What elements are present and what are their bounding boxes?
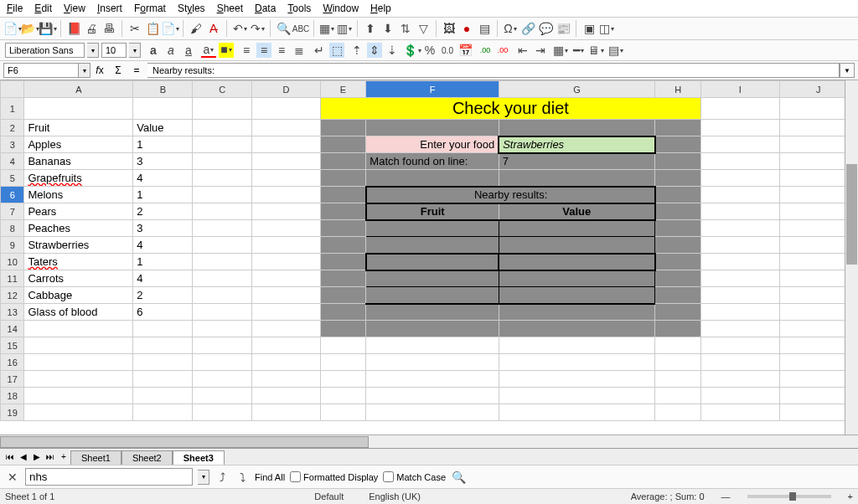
cell[interactable]: 4: [133, 270, 193, 287]
menu-edit[interactable]: Edit: [34, 3, 52, 14]
menu-sheet[interactable]: Sheet: [217, 3, 243, 14]
image-icon[interactable]: 🖼: [442, 21, 457, 36]
remove-decimal-icon[interactable]: .00: [495, 43, 510, 58]
formatted-display-checkbox[interactable]: Formatted Display: [290, 471, 378, 482]
spreadsheet-grid[interactable]: A B C D E F G H I J 1 Check your diet 2 …: [0, 80, 858, 421]
menu-insert[interactable]: Insert: [97, 3, 122, 14]
row-header-15[interactable]: 15: [1, 337, 24, 354]
sort-desc-icon[interactable]: ⬇: [380, 21, 395, 36]
valign-mid-icon[interactable]: ⇕: [367, 43, 382, 58]
find-all-button[interactable]: Find All: [255, 472, 285, 482]
cell[interactable]: 6: [133, 304, 193, 321]
export-pdf-icon[interactable]: 📕: [66, 21, 81, 36]
row-header-19[interactable]: 19: [1, 404, 24, 421]
row-header-1[interactable]: 1: [1, 98, 24, 120]
merge-cells-icon[interactable]: ⬚: [329, 43, 344, 58]
match-case-checkbox[interactable]: Match Case: [383, 471, 446, 482]
row-header-2[interactable]: 2: [1, 120, 24, 136]
valign-top-icon[interactable]: ⇡: [349, 43, 364, 58]
pivot-icon[interactable]: ▤: [477, 21, 492, 36]
row-header-17[interactable]: 17: [1, 371, 24, 388]
cell[interactable]: 2: [133, 287, 193, 304]
cell[interactable]: Strawberries: [499, 136, 655, 153]
tab-sheet3[interactable]: Sheet3: [173, 450, 225, 465]
number-format-icon[interactable]: 0.0: [440, 43, 455, 58]
font-name-dropdown[interactable]: ▾: [87, 43, 99, 58]
align-center-icon[interactable]: ≡: [256, 43, 271, 58]
font-name-input[interactable]: Liberation Sans: [5, 43, 85, 58]
cell-ref-dropdown[interactable]: ▾: [79, 63, 90, 78]
border-color-icon[interactable]: 🖥: [588, 43, 603, 58]
formula-expand-icon[interactable]: ▼: [840, 63, 855, 78]
tab-next-icon[interactable]: ▶: [30, 450, 44, 464]
cell[interactable]: Apples: [24, 136, 133, 153]
date-format-icon[interactable]: 📅: [457, 43, 473, 58]
close-findbar-icon[interactable]: ✕: [5, 470, 20, 485]
cell[interactable]: Taters: [24, 254, 133, 270]
col-header-I[interactable]: I: [701, 81, 779, 98]
freeze-icon[interactable]: ▣: [581, 21, 597, 36]
find-next-icon[interactable]: ⤵: [235, 470, 250, 485]
cut-icon[interactable]: ✂: [127, 21, 142, 36]
menu-help[interactable]: Help: [370, 3, 391, 14]
row-header-11[interactable]: 11: [1, 270, 24, 287]
borders-icon[interactable]: ▦: [553, 43, 568, 58]
row-header-6[interactable]: 6: [1, 187, 24, 203]
hyperlink-icon[interactable]: 🔗: [520, 21, 535, 36]
autofilter-icon[interactable]: ▽: [416, 21, 431, 36]
valign-bot-icon[interactable]: ⇣: [385, 43, 400, 58]
row-header-18[interactable]: 18: [1, 388, 24, 404]
zoom-slider[interactable]: [747, 495, 831, 498]
special-char-icon[interactable]: Ω: [503, 21, 518, 36]
function-wizard-icon[interactable]: fx: [92, 63, 107, 78]
print-icon[interactable]: 🖨: [84, 21, 99, 36]
tab-last-icon[interactable]: ⏭: [44, 450, 57, 464]
currency-icon[interactable]: 💲: [405, 43, 420, 58]
find-dropdown[interactable]: ▾: [198, 470, 209, 485]
cell[interactable]: Carrots: [24, 270, 133, 287]
underline-icon[interactable]: a: [181, 43, 196, 58]
cell-selected[interactable]: Nearby results:: [366, 187, 655, 203]
row-header-3[interactable]: 3: [1, 136, 24, 153]
clear-format-icon[interactable]: A̶: [206, 21, 221, 36]
cell[interactable]: Match found on line:: [366, 153, 499, 170]
col-header-D[interactable]: D: [252, 81, 320, 98]
clone-format-icon[interactable]: 🖌: [189, 21, 204, 36]
menu-format[interactable]: Format: [134, 3, 166, 14]
row-header-4[interactable]: 4: [1, 153, 24, 170]
horizontal-scrollbar[interactable]: [0, 435, 858, 448]
wrap-text-icon[interactable]: ↵: [312, 43, 327, 58]
col-header-B[interactable]: B: [133, 81, 193, 98]
sort-asc-icon[interactable]: ⬆: [363, 21, 378, 36]
cond-format-icon[interactable]: ▤: [608, 43, 623, 58]
paste-icon[interactable]: 📄: [163, 21, 178, 36]
menu-window[interactable]: Window: [323, 3, 359, 14]
headers-icon[interactable]: 📰: [556, 21, 571, 36]
row-header-5[interactable]: 5: [1, 170, 24, 187]
new-icon[interactable]: 📄: [5, 21, 20, 36]
indent-inc-icon[interactable]: ⇥: [533, 43, 548, 58]
italic-icon[interactable]: a: [163, 43, 178, 58]
cell[interactable]: Enter your food: [366, 136, 499, 153]
tab-sheet2[interactable]: Sheet2: [121, 450, 173, 465]
menu-styles[interactable]: Styles: [178, 3, 205, 14]
cell[interactable]: 3: [133, 153, 193, 170]
tab-first-icon[interactable]: ⏮: [3, 450, 17, 464]
cell[interactable]: Value: [499, 203, 655, 220]
cell[interactable]: 1: [133, 254, 193, 270]
col-header-G[interactable]: G: [499, 81, 655, 98]
highlight-color-icon[interactable]: ■: [219, 43, 234, 58]
cell[interactable]: 4: [133, 237, 193, 254]
save-icon[interactable]: 💾: [40, 21, 55, 36]
indent-dec-icon[interactable]: ⇤: [515, 43, 530, 58]
font-color-icon[interactable]: a: [201, 43, 216, 58]
align-right-icon[interactable]: ≡: [274, 43, 289, 58]
font-size-dropdown[interactable]: ▾: [129, 43, 141, 58]
cell[interactable]: Grapefruits: [24, 170, 133, 187]
row-header-7[interactable]: 7: [1, 203, 24, 220]
row-icon[interactable]: ▦: [319, 21, 334, 36]
row-header-12[interactable]: 12: [1, 287, 24, 304]
sort-icon[interactable]: ⇅: [398, 21, 413, 36]
print-preview-icon[interactable]: 🖶: [101, 21, 116, 36]
column-icon[interactable]: ▥: [337, 21, 352, 36]
